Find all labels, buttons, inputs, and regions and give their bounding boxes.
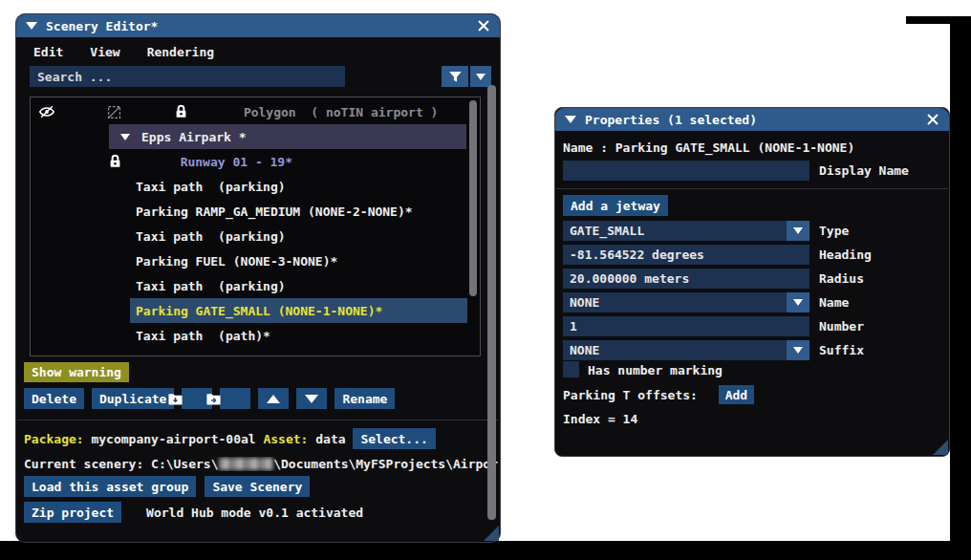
parking-t-offsets-label: Parking T offsets: bbox=[563, 388, 705, 402]
package-value: mycompany-airport-00al bbox=[84, 432, 264, 446]
tree-row[interactable]: Taxi path (parking) bbox=[31, 174, 480, 199]
divider bbox=[17, 420, 499, 420]
collapse-caret-icon[interactable] bbox=[565, 116, 576, 123]
name-label: Name bbox=[819, 295, 849, 310]
suffix-dropdown[interactable]: NONE bbox=[563, 340, 809, 360]
tree-item-label: Taxi path (parking) bbox=[136, 180, 286, 194]
resize-handle[interactable] bbox=[933, 440, 948, 455]
funnel-icon bbox=[448, 70, 463, 84]
heading-label: Heading bbox=[819, 248, 872, 262]
package-label: Package: bbox=[24, 432, 84, 446]
delete-button[interactable]: Delete bbox=[24, 388, 84, 409]
folder-arrow-right-icon bbox=[205, 363, 266, 435]
screenshot-frame-bottom bbox=[0, 541, 971, 560]
chevron-down-icon bbox=[793, 227, 803, 234]
filter-dropdown-button[interactable] bbox=[470, 66, 491, 87]
display-name-label: Display Name bbox=[819, 163, 909, 178]
select-asset-button[interactable]: Select... bbox=[353, 428, 435, 449]
scenery-object-tree: Polygon ( noTIN airport ) Epps Airpark *… bbox=[30, 97, 481, 356]
properties-titlebar[interactable]: Properties (1 selected) bbox=[555, 108, 949, 131]
selected-object-name: Name : Parking GATE_SMALL (NONE-1-NONE) bbox=[563, 140, 854, 155]
tree-row[interactable]: Parking RAMP_GA_MEDIUM (NONE-2-NONE)* bbox=[31, 199, 480, 224]
name-dropdown[interactable]: NONE bbox=[563, 292, 809, 312]
add-offset-button[interactable]: Add bbox=[719, 385, 754, 404]
resize-handle[interactable] bbox=[484, 526, 499, 541]
tree-item-label: Parking RAMP_GA_MEDIUM (NONE-2-NONE)* bbox=[136, 205, 413, 219]
display-name-input[interactable] bbox=[563, 161, 809, 181]
scenery-editor-title: Scenery Editor* bbox=[46, 19, 158, 33]
arrow-down-icon bbox=[305, 395, 318, 403]
tree-row-polygon[interactable]: Polygon ( noTIN airport ) bbox=[31, 99, 480, 124]
index-line: Index = 14 bbox=[563, 412, 637, 426]
tree-item-label: Parking FUEL (NONE-3-NONE)* bbox=[136, 254, 337, 269]
heading-input[interactable] bbox=[563, 245, 809, 265]
show-warning-button[interactable]: Show warning bbox=[24, 362, 129, 382]
tree-item-label: Taxi path (parking) bbox=[136, 229, 286, 244]
menubar: Edit View Rendering bbox=[16, 39, 500, 64]
type-value: GATE_SMALL bbox=[563, 224, 644, 238]
close-icon[interactable] bbox=[926, 113, 939, 126]
tree-item-label: Taxi path (path)* bbox=[136, 329, 270, 343]
package-row: Package: mycompany-airport-00al Asset: d… bbox=[24, 428, 494, 449]
tree-item-label: Parking GATE_SMALL (NONE-1-NONE)* bbox=[136, 304, 382, 318]
path-suffix: \Documents\MyFSProjects\Airpor bbox=[273, 457, 498, 471]
window-scrollbar[interactable] bbox=[487, 85, 496, 520]
menu-edit[interactable]: Edit bbox=[33, 45, 63, 59]
add-jetway-button[interactable]: Add a jetway bbox=[563, 195, 668, 216]
path-prefix: Current scenery: C:\Users\ bbox=[24, 457, 219, 471]
has-number-marking-checkbox[interactable] bbox=[563, 361, 579, 377]
current-scenery-path: Current scenery: C:\Users\ \Documents\My… bbox=[24, 457, 498, 471]
tree-row[interactable]: Parking FUEL (NONE-3-NONE)* bbox=[31, 248, 480, 273]
zip-project-button[interactable]: Zip project bbox=[24, 502, 121, 523]
tree-row[interactable]: Taxi path (path)* bbox=[31, 348, 480, 356]
eye-off-icon[interactable] bbox=[38, 97, 98, 148]
arrow-up-icon bbox=[267, 395, 280, 403]
dropdown-caret-segment bbox=[787, 221, 809, 241]
move-up-button[interactable] bbox=[258, 388, 289, 409]
properties-title: Properties (1 selected) bbox=[585, 113, 757, 127]
number-label: Number bbox=[819, 319, 864, 334]
divider bbox=[556, 188, 948, 189]
tree-row[interactable]: Taxi path (parking) bbox=[31, 224, 480, 248]
tree-scrollbar[interactable] bbox=[469, 100, 477, 296]
tree-actions-row: Delete Duplicate Rename bbox=[24, 388, 395, 409]
tree-row[interactable]: Taxi path (path)* bbox=[31, 323, 480, 348]
properties-window: Properties (1 selected) Name : Parking G… bbox=[554, 107, 950, 457]
search-input[interactable] bbox=[30, 66, 345, 87]
tree-row-runway[interactable]: Runway 01 - 19* bbox=[31, 149, 480, 174]
tree-row-selected-parking[interactable]: Parking GATE_SMALL (NONE-1-NONE)* bbox=[130, 298, 467, 323]
collapse-caret-icon[interactable] bbox=[26, 22, 37, 30]
radius-input[interactable] bbox=[563, 269, 809, 289]
tree-item-label: Taxi path (parking) bbox=[136, 279, 286, 293]
redacted-username bbox=[219, 458, 274, 470]
save-scenery-button[interactable]: Save Scenery bbox=[205, 476, 310, 497]
tree-item-label: Polygon ( noTIN airport ) bbox=[244, 105, 439, 119]
has-number-marking-label: Has number marking bbox=[588, 363, 723, 377]
world-hub-status: World Hub mode v0.1 activated bbox=[146, 506, 363, 520]
move-out-of-folder-button[interactable] bbox=[220, 388, 250, 409]
close-icon[interactable] bbox=[477, 19, 490, 32]
move-down-button[interactable] bbox=[296, 388, 327, 409]
filter-button[interactable] bbox=[442, 66, 468, 87]
suffix-label: Suffix bbox=[819, 343, 864, 357]
type-dropdown[interactable]: GATE_SMALL bbox=[563, 221, 809, 241]
duplicate-button[interactable]: Duplicate bbox=[92, 388, 174, 409]
number-input[interactable] bbox=[563, 316, 809, 336]
screenshot-frame-top-right bbox=[906, 16, 971, 24]
name-value: NONE bbox=[563, 295, 599, 310]
screenshot-frame-right bbox=[950, 16, 971, 541]
tree-item-label: Runway 01 - 19* bbox=[181, 155, 292, 169]
menu-rendering[interactable]: Rendering bbox=[147, 45, 214, 59]
zip-row: Zip project World Hub mode v0.1 activate… bbox=[24, 502, 363, 523]
load-asset-group-button[interactable]: Load this asset group bbox=[24, 476, 196, 497]
menu-view[interactable]: View bbox=[90, 45, 119, 59]
chevron-down-icon bbox=[793, 347, 803, 354]
scenery-editor-titlebar[interactable]: Scenery Editor* bbox=[16, 14, 500, 37]
tree-row[interactable]: Taxi path (parking) bbox=[31, 273, 480, 298]
rename-button[interactable]: Rename bbox=[334, 388, 395, 409]
parking-t-offsets-row: Parking T offsets: Add bbox=[563, 385, 754, 404]
dropdown-caret-segment bbox=[787, 340, 809, 360]
chevron-down-icon bbox=[476, 74, 486, 80]
dropdown-caret-segment bbox=[787, 292, 809, 312]
asset-value: data bbox=[308, 432, 353, 446]
